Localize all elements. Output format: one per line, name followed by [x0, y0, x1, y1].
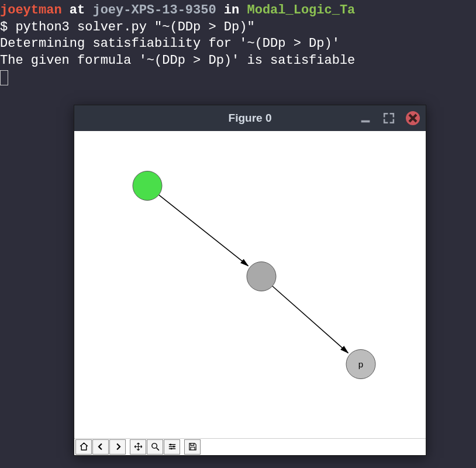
- maximize-button[interactable]: [382, 112, 395, 125]
- prompt-in: in: [216, 3, 247, 18]
- back-button[interactable]: [92, 439, 109, 455]
- pan-button[interactable]: [130, 439, 146, 455]
- figure-window: Figure 0 p: [74, 105, 426, 456]
- command-text: python3 solver.py "~(DDp > Dp)": [15, 20, 254, 35]
- prompt-line: joeytman at joey-XPS-13-9350 in Modal_Lo…: [0, 2, 476, 19]
- prompt-symbol: $: [0, 20, 15, 35]
- forward-button[interactable]: [109, 439, 126, 455]
- mpl-toolbar: [74, 438, 426, 455]
- window-controls: [359, 105, 420, 131]
- window-title: Figure 0: [229, 112, 272, 125]
- prompt-host: joey-XPS-13-9350: [92, 3, 216, 18]
- cursor: [0, 70, 8, 85]
- zoom-button[interactable]: [147, 439, 163, 455]
- home-button[interactable]: [75, 439, 92, 455]
- terminal: joeytman at joey-XPS-13-9350 in Modal_Lo…: [0, 0, 476, 89]
- minimize-button[interactable]: [359, 112, 372, 125]
- titlebar[interactable]: Figure 0: [74, 105, 426, 131]
- prompt-at: at: [62, 3, 93, 18]
- prompt-user: joeytman: [0, 3, 62, 18]
- output-line-1: Determining satisfiability for '~(DDp > …: [0, 36, 476, 53]
- graph-node: [247, 261, 276, 291]
- graph-edge: [273, 286, 349, 353]
- close-button[interactable]: [406, 111, 420, 125]
- prompt-dir: Modal_Logic_Ta: [247, 3, 355, 18]
- svg-point-10: [173, 446, 174, 448]
- save-button[interactable]: [184, 439, 201, 455]
- svg-point-9: [170, 444, 171, 446]
- graph-node: [133, 171, 162, 200]
- svg-point-4: [151, 443, 157, 449]
- graph-node-label: p: [358, 359, 363, 369]
- plot-canvas[interactable]: p: [74, 131, 426, 438]
- output-line-2: The given formula '~(DDp > Dp)' is satis…: [0, 53, 476, 70]
- configure-button[interactable]: [164, 439, 180, 455]
- svg-point-11: [170, 448, 172, 450]
- command-line[interactable]: $ python3 solver.py "~(DDp > Dp)": [0, 19, 476, 36]
- graph-edge: [159, 195, 249, 266]
- svg-line-5: [156, 448, 158, 450]
